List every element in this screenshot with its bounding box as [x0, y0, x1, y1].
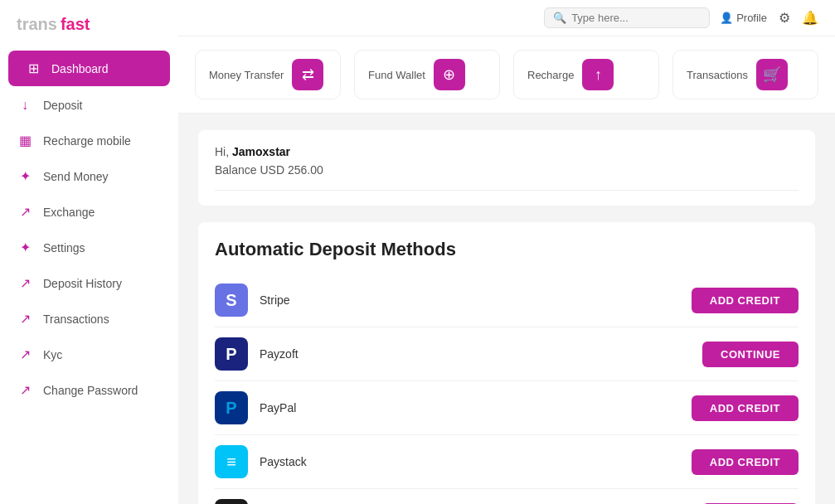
search-input[interactable] [571, 12, 701, 24]
fund-wallet-label: Fund Wallet [368, 69, 425, 81]
paystack-name: Paystack [260, 455, 680, 468]
transactions-label: Transactions [43, 313, 109, 326]
sidebar-item-kyc[interactable]: ↗ Kyc [0, 337, 178, 372]
action-card-recharge[interactable]: Recharge ↑ [513, 50, 659, 99]
method-row-paystack: ≡ Paystack ADD CREDIT [215, 435, 799, 489]
kyc-icon: ↗ [17, 346, 33, 362]
settings-label: Settings [43, 241, 85, 254]
deposit-label: Deposit [43, 99, 82, 112]
action-card-money-transfer[interactable]: Money Transfer ⇄ [195, 50, 341, 99]
payzoft-name: Payzoft [260, 347, 691, 361]
payzoft-button[interactable]: CONTINUE [702, 342, 799, 367]
logo-text-gray: trans [17, 15, 57, 34]
sidebar-item-exchange[interactable]: ↗ Exchange [0, 194, 178, 230]
deposit-history-icon: ↗ [17, 275, 33, 291]
paystack-logo: ≡ [215, 445, 248, 478]
recharge-icon: ↑ [582, 59, 614, 90]
username: Jamoxstar [232, 145, 290, 158]
change-password-label: Change Password [43, 384, 138, 397]
notification-icon[interactable]: 🔔 [802, 10, 818, 26]
sidebar-item-deposit[interactable]: ↓ Deposit [0, 88, 178, 123]
action-card-fund-wallet[interactable]: Fund Wallet ⊕ [354, 50, 500, 99]
search-icon: 🔍 [553, 12, 566, 24]
topbar: 🔍 👤 Profile ⚙ 🔔 [178, 0, 835, 36]
dashboard-icon: ⊞ [25, 61, 41, 76]
dashboard-label: Dashboard [51, 62, 109, 75]
sidebar: trans fast ⊞ Dashboard ↓ Deposit ▦ Recha… [0, 0, 178, 504]
send-money-icon: ✦ [17, 168, 33, 184]
money-transfer-label: Money Transfer [209, 69, 284, 81]
profile-button[interactable]: 👤 Profile [720, 12, 767, 24]
greeting-text: Hi, Jamoxstar [215, 145, 799, 158]
sidebar-item-settings[interactable]: ✦ Settings [0, 230, 178, 265]
methods-list: S Stripe ADD CREDIT P Payzoft CONTINUE P… [215, 274, 799, 504]
settings-icon[interactable]: ⚙ [779, 10, 790, 26]
action-card-transactions[interactable]: Transactions 🛒 [672, 50, 818, 99]
recharge-mobile-icon: ▦ [17, 133, 33, 148]
deposit-section: Automatic Deposit Methods S Stripe ADD C… [198, 222, 815, 504]
profile-label: Profile [736, 12, 767, 24]
method-row-payzoft: P Payzoft CONTINUE [215, 327, 799, 381]
sidebar-item-recharge-mobile[interactable]: ▦ Recharge mobile [0, 123, 178, 158]
send-money-label: Send Money [43, 170, 109, 183]
transactions-label: Transactions [687, 69, 748, 81]
stripe-logo: S [215, 284, 248, 317]
method-row-paypal: P PayPal ADD CREDIT [215, 381, 799, 435]
sidebar-item-dashboard[interactable]: ⊞ Dashboard [8, 51, 170, 86]
deposit-history-label: Deposit History [43, 277, 122, 290]
logo: trans fast [0, 0, 178, 49]
profile-icon: 👤 [720, 12, 733, 24]
settings-icon: ✦ [17, 240, 33, 255]
paypal-button[interactable]: ADD CREDIT [692, 395, 799, 421]
quick-actions: Money Transfer ⇄ Fund Wallet ⊕ Recharge … [178, 36, 835, 114]
topbar-right: 👤 Profile ⚙ 🔔 [720, 10, 818, 26]
method-row-flutterwave: 🦋 Flutterwave CONTINUE [215, 489, 799, 504]
money-transfer-icon: ⇄ [292, 59, 323, 90]
stripe-name: Stripe [260, 293, 680, 307]
sidebar-item-deposit-history[interactable]: ↗ Deposit History [0, 265, 178, 301]
paypal-name: PayPal [260, 401, 680, 414]
sidebar-item-change-password[interactable]: ↗ Change Password [0, 372, 178, 408]
flutterwave-logo: 🦋 [215, 499, 248, 504]
search-bar[interactable]: 🔍 [544, 7, 710, 28]
transactions-icon: 🛒 [756, 59, 788, 90]
sidebar-item-transactions[interactable]: ↗ Transactions [0, 301, 178, 337]
payzoft-logo: P [215, 337, 248, 371]
paystack-button[interactable]: ADD CREDIT [692, 449, 799, 475]
fund-wallet-icon: ⊕ [434, 59, 465, 90]
recharge-label: Recharge [527, 69, 574, 81]
dashboard-body: Hi, Jamoxstar Balance USD 256.00 Automat… [178, 114, 835, 504]
greeting-section: Hi, Jamoxstar Balance USD 256.00 [198, 130, 815, 206]
paypal-logo: P [215, 391, 248, 424]
kyc-label: Kyc [43, 348, 62, 361]
recharge-mobile-label: Recharge mobile [43, 134, 131, 148]
method-row-stripe: S Stripe ADD CREDIT [215, 274, 799, 327]
content-area: Money Transfer ⇄ Fund Wallet ⊕ Recharge … [178, 36, 835, 504]
sidebar-item-send-money[interactable]: ✦ Send Money [0, 158, 178, 194]
divider [215, 190, 799, 191]
change-password-icon: ↗ [17, 382, 33, 398]
transactions-icon: ↗ [17, 311, 33, 327]
sidebar-nav: ⊞ Dashboard ↓ Deposit ▦ Recharge mobile … [0, 49, 178, 504]
main-area: 🔍 👤 Profile ⚙ 🔔 Money Transfer ⇄ Fund Wa… [178, 0, 835, 504]
deposit-title: Automatic Deposit Methods [215, 239, 799, 260]
exchange-label: Exchange [43, 206, 95, 219]
stripe-button[interactable]: ADD CREDIT [692, 288, 799, 313]
deposit-icon: ↓ [17, 98, 33, 113]
exchange-icon: ↗ [17, 204, 33, 220]
balance-text: Balance USD 256.00 [215, 163, 799, 177]
logo-text-colored: fast [61, 15, 90, 34]
